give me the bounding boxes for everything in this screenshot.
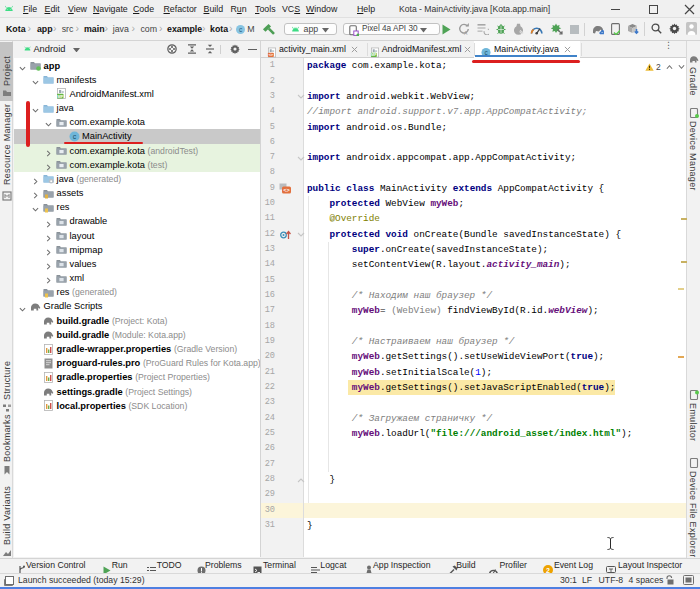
svg-text:<>: <>	[268, 52, 273, 57]
svg-text:<>: <>	[283, 187, 290, 194]
svg-text:MF: MF	[371, 53, 377, 57]
svg-text:MF: MF	[57, 94, 63, 99]
svg-text:c: c	[73, 133, 77, 140]
